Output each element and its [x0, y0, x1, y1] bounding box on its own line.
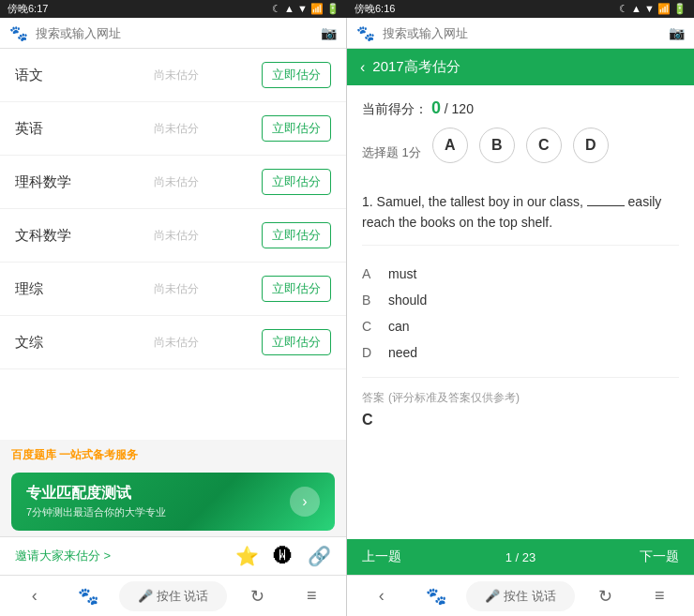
score-total: 120	[452, 101, 474, 116]
left-camera-icon[interactable]: 📷	[321, 25, 337, 40]
left-nav-bar: ‹ 🐾 🎤 按住 说话 ↻ ≡	[0, 575, 346, 616]
footer-icons: ⭐ 🅦 🔗	[235, 545, 331, 567]
mic-label: 按住 说话	[157, 588, 209, 605]
estimate-btn[interactable]: 立即估分	[262, 115, 331, 142]
choice-buttons: ABCD	[432, 128, 609, 163]
subject-item-5: 文综 尚未估分 立即估分	[0, 316, 346, 369]
left-mic-btn[interactable]: 🎤 按住 说话	[119, 581, 227, 611]
option-text: need	[388, 345, 417, 360]
right-search-input[interactable]	[383, 26, 661, 40]
right-paw-nav-icon[interactable]: 🐾	[409, 586, 463, 607]
subject-status: 尚未估分	[90, 228, 262, 244]
subject-status: 尚未估分	[90, 281, 262, 297]
subject-item-4: 理综 尚未估分 立即估分	[0, 263, 346, 316]
right-back-btn[interactable]: ‹	[355, 586, 409, 606]
score-line: 当前得分： 0 / 120	[362, 98, 679, 118]
choice-btn-c[interactable]: C	[526, 128, 562, 163]
prev-question-btn[interactable]: 上一题	[362, 548, 401, 565]
right-camera-icon[interactable]: 📷	[669, 25, 685, 40]
score-value: 0	[431, 98, 441, 117]
choice-btn-b[interactable]: B	[479, 128, 515, 163]
left-search-input[interactable]	[36, 26, 313, 40]
subject-status: 尚未估分	[90, 174, 262, 190]
left-paw-nav-icon[interactable]: 🐾	[62, 586, 116, 607]
option-letter: C	[362, 319, 377, 334]
question-blank	[587, 205, 625, 206]
right-paw-icon: 🐾	[356, 23, 375, 42]
left-menu-btn[interactable]: ≡	[285, 586, 339, 606]
answer-note: (评分标准及答案仅供参考)	[388, 391, 520, 404]
subject-name: 理科数学	[15, 173, 90, 191]
estimate-btn[interactable]: 立即估分	[262, 222, 331, 248]
option-item-b: Bshould	[362, 287, 679, 313]
estimate-btn[interactable]: 立即估分	[262, 276, 331, 302]
right-mic-label: 按住 说话	[504, 588, 556, 605]
quiz-back-btn[interactable]: ‹	[360, 59, 365, 76]
quiz-footer: 上一题 1 / 23 下一题	[347, 539, 694, 575]
subject-item-0: 语文 尚未估分 立即估分	[0, 49, 346, 102]
score-label: 当前得分：	[362, 101, 428, 116]
quiz-header-title: 2017高考估分	[372, 58, 460, 76]
question-body: Samuel, the tallest boy in our class, ea…	[362, 194, 661, 230]
subject-name: 文综	[15, 334, 90, 352]
choice-btn-d[interactable]: D	[573, 128, 609, 163]
subject-name: 文科数学	[15, 227, 90, 245]
subject-status: 尚未估分	[90, 68, 262, 83]
score-sep: /	[445, 101, 448, 116]
choice-label: 选择题 1分	[362, 144, 421, 161]
option-text: can	[388, 319, 410, 334]
option-letter: D	[362, 345, 377, 360]
option-text: must	[388, 266, 416, 281]
right-nav-bar: ‹ 🐾 🎤 按住 说话 ↻ ≡	[347, 575, 694, 616]
right-menu-btn[interactable]: ≡	[632, 586, 686, 606]
answer-section: 答案 (评分标准及答案仅供参考) C	[362, 377, 679, 428]
quiz-header: ‹ 2017高考估分	[347, 49, 694, 85]
right-panel: 🐾 📷 ‹ 2017高考估分 当前得分： 0 / 120 选择题 1分 ABCD…	[347, 18, 694, 616]
subject-item-1: 英语 尚未估分 立即估分	[0, 102, 346, 156]
option-text: should	[388, 293, 427, 308]
promo-card[interactable]: 专业匹配度测试 7分钟测出最适合你的大学专业 ›	[11, 473, 335, 531]
subject-item-2: 理科数学 尚未估分 立即估分	[0, 156, 346, 209]
choice-btn-a[interactable]: A	[432, 128, 468, 163]
subject-status: 尚未估分	[90, 335, 262, 351]
star-icon[interactable]: ⭐	[235, 545, 259, 567]
mic-icon: 🎤	[138, 589, 153, 603]
right-status-time: 傍晚6:16	[355, 2, 395, 16]
next-question-btn[interactable]: 下一题	[640, 548, 679, 565]
left-back-btn[interactable]: ‹	[8, 586, 62, 606]
estimate-btn[interactable]: 立即估分	[262, 329, 331, 355]
right-refresh-btn[interactable]: ↻	[579, 586, 633, 607]
option-letter: A	[362, 266, 377, 281]
left-status-icons: ☾ ▲ ▼ 📶 🔋	[272, 3, 339, 15]
estimate-btn[interactable]: 立即估分	[262, 62, 331, 88]
subject-name: 英语	[15, 120, 90, 138]
banner-sub: 一站式备考服务	[59, 448, 138, 461]
weibo-icon[interactable]: 🅦	[274, 546, 293, 567]
question-number: 1.	[362, 194, 373, 209]
banner-brand: 百度题库	[11, 448, 56, 461]
invite-text[interactable]: 邀请大家来估分 >	[15, 548, 111, 564]
right-status-icons: ☾ ▲ ▼ 📶 🔋	[619, 3, 686, 15]
link-icon[interactable]: 🔗	[308, 545, 331, 567]
answer-title: 答案 (评分标准及答案仅供参考)	[362, 389, 679, 406]
estimate-btn[interactable]: 立即估分	[262, 169, 331, 195]
question-text: 1. Samuel, the tallest boy in our class,…	[362, 191, 679, 246]
right-search-bar: 🐾 📷	[347, 18, 694, 49]
left-refresh-btn[interactable]: ↻	[231, 586, 285, 607]
right-mic-btn[interactable]: 🎤 按住 说话	[466, 581, 574, 611]
promo-arrow-icon[interactable]: ›	[290, 487, 320, 517]
answer-value: C	[362, 412, 679, 428]
option-item-c: Ccan	[362, 313, 679, 339]
subject-item-3: 文科数学 尚未估分 立即估分	[0, 209, 346, 263]
left-panel: 🐾 📷 语文 尚未估分 立即估分 英语 尚未估分 立即估分 理科数学 尚未估分 …	[0, 18, 347, 616]
promo-sub: 7分钟测出最适合你的大学专业	[26, 505, 166, 519]
subject-name: 语文	[15, 67, 90, 84]
option-letter: B	[362, 293, 377, 308]
left-search-bar: 🐾 📷	[0, 18, 346, 49]
option-item-a: Amust	[362, 261, 679, 287]
right-mic-icon: 🎤	[485, 589, 500, 603]
promo-text: 专业匹配度测试 7分钟测出最适合你的大学专业	[26, 484, 166, 519]
baidu-banner: 百度题库 一站式备考服务	[0, 440, 346, 467]
promo-title: 专业匹配度测试	[26, 484, 166, 503]
quiz-page: 1 / 23	[505, 550, 536, 564]
